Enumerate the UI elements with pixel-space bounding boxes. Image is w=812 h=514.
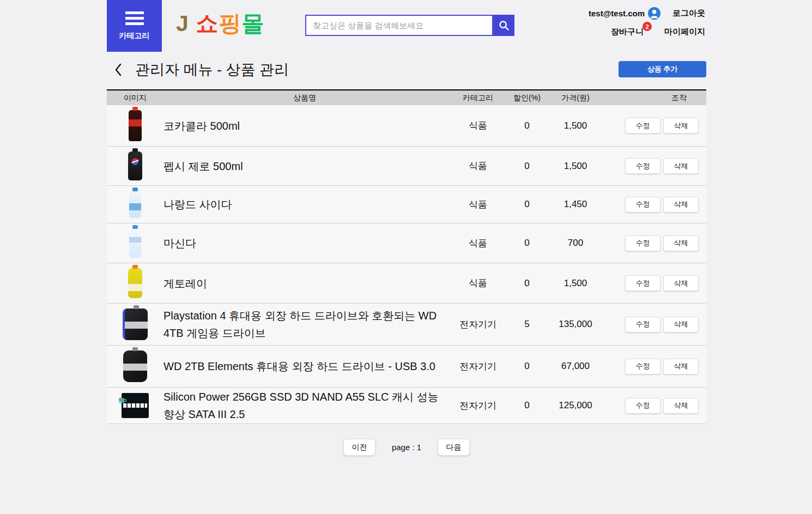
category-button-label: 카테고리 [119, 31, 150, 41]
product-image [123, 350, 147, 382]
search-icon [498, 20, 510, 32]
product-discount: 0 [510, 400, 544, 411]
column-header-name: 상품명 [163, 93, 446, 103]
hamburger-icon [125, 11, 144, 25]
product-price: 1,500 [544, 161, 607, 172]
delete-button[interactable]: 삭제 [663, 275, 699, 291]
search-input[interactable] [305, 15, 493, 36]
edit-button[interactable]: 수정 [625, 398, 660, 414]
delete-button[interactable]: 삭제 [663, 359, 699, 374]
edit-button[interactable]: 수정 [625, 275, 660, 291]
table-row: 게토레이 식품 0 1,500 수정 삭제 [107, 263, 706, 304]
delete-button[interactable]: 삭제 [663, 235, 699, 251]
product-discount: 0 [510, 238, 544, 249]
next-page-button[interactable]: 다음 [438, 439, 470, 456]
row-actions: 수정 삭제 [607, 118, 706, 134]
product-price: 125,000 [544, 400, 607, 411]
column-header-discount: 할인(%) [510, 93, 544, 103]
edit-button[interactable]: 수정 [625, 317, 660, 332]
site-logo[interactable]: J 쇼핑몰 [176, 9, 264, 39]
product-price: 1,450 [544, 199, 607, 210]
product-discount: 0 [510, 161, 544, 172]
product-name: 나랑드 사이다 [163, 196, 446, 213]
row-actions: 수정 삭제 [607, 317, 706, 332]
product-category: 식품 [446, 198, 510, 211]
row-actions: 수정 삭제 [607, 359, 706, 374]
delete-button[interactable]: 삭제 [663, 158, 699, 174]
product-image-cell [107, 346, 163, 387]
product-image [129, 191, 141, 218]
delete-button[interactable]: 삭제 [663, 197, 699, 213]
product-name: 펩시 제로 500ml [163, 158, 446, 175]
product-image-cell [107, 105, 163, 146]
product-category: 전자기기 [446, 400, 510, 412]
product-name: Silicon Power 256GB SSD 3D NAND A55 SLC … [163, 388, 446, 423]
page-title: 관리자 메뉴 - 상품 관리 [135, 60, 289, 80]
title-bar: 관리자 메뉴 - 상품 관리 상품 추가 [107, 57, 706, 82]
product-name: 코카콜라 500ml [163, 117, 446, 135]
product-image-cell [107, 223, 163, 263]
edit-button[interactable]: 수정 [625, 359, 660, 374]
edit-button[interactable]: 수정 [625, 197, 660, 213]
product-image [128, 268, 142, 298]
mypage-link[interactable]: 마이페이지 [664, 27, 705, 37]
delete-button[interactable]: 삭제 [663, 398, 699, 414]
product-price: 700 [544, 238, 607, 249]
product-image-cell [107, 304, 163, 345]
edit-button[interactable]: 수정 [625, 235, 660, 251]
prev-page-button[interactable]: 이전 [343, 439, 375, 456]
account-area: test@test.com 로그아웃 장바구니 2 마이페이지 [589, 7, 705, 37]
category-button[interactable]: 카테고리 [107, 0, 162, 52]
product-category: 식품 [446, 277, 510, 289]
account-row-1: test@test.com 로그아웃 [589, 7, 705, 20]
product-image-cell [107, 147, 163, 185]
product-price: 1,500 [544, 120, 607, 131]
product-price: 67,000 [544, 361, 607, 372]
table-body: 코카콜라 500ml 식품 0 1,500 수정 삭제 펩시 제로 500ml … [107, 105, 706, 424]
edit-button[interactable]: 수정 [625, 158, 660, 174]
pagination: 이전 page : 1 다음 [107, 439, 706, 456]
row-actions: 수정 삭제 [607, 235, 706, 251]
logo-part-ping: 핑 [219, 11, 241, 36]
back-button[interactable] [107, 63, 122, 77]
product-price: 1,500 [544, 278, 607, 289]
search-button[interactable] [493, 15, 514, 36]
product-category: 전자기기 [446, 318, 510, 331]
logo-part-mall: 몰 [241, 11, 264, 36]
logo-part-sho: 쇼 [189, 11, 219, 36]
table-row: Playstation 4 휴대용 외장 하드 드라이브와 호환되는 WD 4T… [107, 304, 706, 346]
product-image-cell [107, 388, 163, 423]
column-header-image: 이미지 [107, 93, 163, 103]
product-category: 식품 [446, 237, 510, 250]
table-row: 나랑드 사이다 식품 0 1,450 수정 삭제 [107, 186, 706, 223]
row-actions: 수정 삭제 [607, 275, 706, 291]
table-row: 마신다 식품 0 700 수정 삭제 [107, 223, 706, 263]
table-row: Silicon Power 256GB SSD 3D NAND A55 SLC … [107, 388, 706, 424]
cart-link[interactable]: 장바구니 2 [611, 27, 644, 37]
product-name: 마신다 [163, 234, 446, 252]
row-actions: 수정 삭제 [607, 197, 706, 213]
main-content: 카테고리 J 쇼핑몰 test@test.com [107, 0, 706, 456]
product-discount: 0 [510, 361, 544, 372]
product-price: 135,000 [544, 319, 607, 330]
search-bar [305, 15, 514, 36]
add-product-button[interactable]: 상품 추가 [619, 61, 706, 77]
product-image [129, 110, 142, 141]
delete-button[interactable]: 삭제 [663, 317, 699, 332]
delete-button[interactable]: 삭제 [663, 118, 699, 134]
product-image [123, 309, 148, 340]
edit-button[interactable]: 수정 [625, 118, 660, 134]
logo-part-j: J [176, 11, 189, 36]
product-discount: 5 [510, 319, 544, 330]
row-actions: 수정 삭제 [607, 158, 706, 174]
chevron-left-icon [114, 63, 122, 77]
product-image [122, 393, 149, 418]
table-header-row: 이미지 상품명 카테고리 할인(%) 가격(원) 조작 [107, 89, 706, 105]
cart-link-label: 장바구니 [611, 27, 644, 36]
product-category: 전자기기 [446, 360, 510, 373]
table-row: WD 2TB Elements 휴대용 외장 하드 드라이브 - USB 3.0… [107, 346, 706, 388]
logout-link[interactable]: 로그아웃 [672, 8, 705, 19]
product-image-cell [107, 263, 163, 303]
product-image [129, 228, 141, 258]
table-row: 코카콜라 500ml 식품 0 1,500 수정 삭제 [107, 105, 706, 147]
